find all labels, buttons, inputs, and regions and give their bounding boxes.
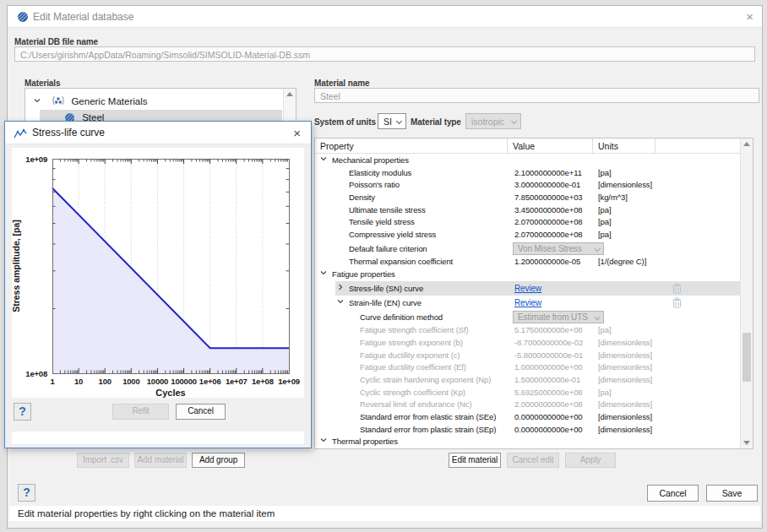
property-value: 5.1750000000e+08	[514, 325, 583, 334]
property-units: [dimensionless]	[598, 362, 652, 372]
value-dropdown[interactable]: Von Mises Stress	[513, 242, 604, 256]
window-close-icon[interactable]: ×	[746, 9, 753, 24]
dialog-cancel-button[interactable]: Cancel	[176, 404, 226, 420]
scroll-up-icon[interactable]	[743, 142, 750, 146]
property-row[interactable]: Mechanical properties	[315, 155, 742, 167]
system-of-units-select[interactable]: SI	[378, 113, 406, 129]
property-row[interactable]: Fatigue ductility exponent (c)-5.8000000…	[315, 350, 742, 362]
apply-button[interactable]: Apply	[565, 453, 616, 468]
db-file-path-field[interactable]: C:/Users/girishm/AppData/Roaming/Simsoli…	[14, 46, 755, 62]
chevron-down-icon[interactable]	[320, 269, 327, 276]
property-row[interactable]: Cyclic strength coefficient (Kp)5.692500…	[315, 387, 742, 399]
property-row[interactable]: Tensile yield stress2.0700000000e+08[pa]	[315, 216, 742, 229]
dropdown-value: Estimate from UTS	[518, 312, 588, 322]
property-row[interactable]: Standard error from elastic strain (SEe)…	[315, 411, 742, 424]
property-row[interactable]: Thermal properties	[315, 436, 742, 448]
chevron-down-icon[interactable]	[337, 298, 344, 305]
scroll-up-icon[interactable]	[286, 92, 293, 96]
value-dropdown[interactable]: Estimate from UTS	[513, 311, 604, 324]
property-value: 2.0700000000e+08	[514, 230, 583, 239]
material-name-field[interactable]: Steel	[314, 88, 759, 103]
property-value: 1.0000000000e+00	[514, 362, 583, 372]
property-units: [pa]	[598, 388, 611, 397]
chevron-down-icon[interactable]	[320, 437, 327, 443]
property-units: [dimensionless]	[598, 425, 652, 434]
save-button[interactable]: Save	[706, 485, 758, 502]
property-row[interactable]: Density7.8500000000e+03[kg/m^3]	[315, 192, 742, 204]
property-units: [kg/m^3]	[598, 193, 628, 202]
property-row[interactable]: Cyclic strain hardening exponent (Np)1.5…	[315, 374, 742, 387]
property-label: Curve definition method	[360, 312, 443, 322]
property-units: [dimensionless]	[598, 412, 652, 421]
delete-trash-icon[interactable]	[672, 283, 682, 294]
header-value[interactable]: Value	[508, 138, 593, 154]
cancel-edit-button[interactable]: Cancel edit	[507, 453, 559, 468]
dialog-close-icon[interactable]: ×	[293, 126, 301, 140]
property-row[interactable]: Reversal limit of endurance (Nc)2.000000…	[315, 399, 742, 411]
property-units: [pa]	[598, 325, 611, 334]
property-label: Fatigue strength coefficient (Sf)	[360, 325, 469, 334]
header-units[interactable]: Units	[593, 138, 655, 154]
db-file-label: Material DB file name	[14, 37, 98, 46]
material-type-label: Material type	[411, 117, 461, 127]
property-row[interactable]: Fatigue ductility coefficient (Ef)1.0000…	[315, 361, 742, 374]
tree-item-generic-materials[interactable]: Generic Materials	[25, 94, 296, 110]
property-units: [pa]	[598, 168, 611, 177]
edit-material-button[interactable]: Edit material	[449, 453, 501, 468]
property-label: Fatigue ductility coefficient (Ef)	[360, 362, 466, 372]
add-material-button[interactable]: Add material	[134, 453, 187, 468]
property-row[interactable]: Compressive yield stress2.0700000000e+08…	[315, 229, 742, 242]
property-table: Property Value Units Mechanical properti…	[314, 138, 753, 449]
system-of-units-label: System of units	[314, 117, 376, 127]
chevron-right-icon[interactable]	[337, 284, 344, 290]
review-link[interactable]: Review	[514, 298, 541, 307]
table-scrollbar[interactable]	[740, 138, 753, 448]
chevron-down-icon[interactable]	[34, 97, 41, 104]
header-extra	[655, 138, 742, 154]
chevron-down-icon[interactable]	[320, 155, 327, 162]
material-type-value: isotropic	[471, 117, 504, 127]
svg-text:1e+09: 1e+09	[25, 155, 47, 164]
property-row[interactable]: Stress-life (SN) curveReview	[315, 281, 742, 296]
scroll-down-icon[interactable]	[743, 441, 750, 445]
property-label: Cyclic strength coefficient (Kp)	[360, 388, 465, 397]
property-value: 3.4500000000e+08	[514, 205, 583, 214]
header-property[interactable]: Property	[315, 138, 508, 154]
cancel-button[interactable]: Cancel	[647, 485, 699, 502]
review-link[interactable]: Review	[514, 284, 541, 293]
property-row[interactable]: Standard error from plastic strain (SEp)…	[315, 424, 742, 437]
property-row[interactable]: Strain-life (EN) curveReview	[315, 296, 742, 310]
delete-trash-icon[interactable]	[672, 297, 682, 308]
scrollbar-thumb[interactable]	[743, 333, 751, 382]
import-csv-button[interactable]: Import .csv	[77, 453, 129, 468]
svg-text:1e+08: 1e+08	[25, 369, 47, 378]
property-row[interactable]: Fatigue strength coefficient (Sf)5.17500…	[315, 324, 742, 337]
property-label: Compressive yield stress	[349, 230, 436, 239]
property-label: Fatigue ductility exponent (c)	[360, 350, 460, 360]
sn-curve-chart: 1e+091e+081101001000100001000001e+061e+0…	[12, 148, 304, 398]
property-row[interactable]: Poisson's ratio3.0000000000e-01[dimensio…	[315, 179, 742, 192]
property-units: [pa]	[598, 217, 611, 226]
property-label: Reversal limit of endurance (Nc)	[360, 399, 472, 409]
material-type-select[interactable]: isotropic	[465, 113, 521, 129]
property-value: 3.0000000000e-01	[514, 180, 580, 189]
refit-button[interactable]: Refit	[112, 404, 169, 420]
property-row[interactable]: Fatigue properties	[315, 269, 742, 281]
add-group-button[interactable]: Add group	[192, 453, 245, 468]
property-units: [dimensionless]	[598, 350, 652, 360]
property-row[interactable]: Thermal expansion coefficient1.200000000…	[315, 256, 742, 269]
property-label: Mechanical properties	[332, 155, 409, 165]
help-button[interactable]: ?	[18, 484, 35, 502]
dialog-help-button[interactable]: ?	[14, 403, 31, 421]
property-label: Standard error from elastic strain (SEe)	[360, 412, 496, 421]
property-row[interactable]: Elasticity modulus2.1000000000e+11[pa]	[315, 167, 742, 180]
dropdown-value: Von Mises Stress	[518, 244, 582, 253]
property-value: -5.8000000000e-01	[514, 350, 583, 360]
property-value: 2.1000000000e+11	[514, 168, 582, 177]
stress-life-curve-dialog: Stress-life curve × 1e+091e+081101001000…	[4, 121, 312, 448]
property-label: Default failure criterion	[349, 244, 427, 253]
property-row[interactable]: Default failure criterionVon Mises Stres…	[315, 242, 742, 257]
property-row[interactable]: Ultimate tensile stress3.4500000000e+08[…	[315, 204, 742, 217]
property-row[interactable]: Fatigue strength exponent (b)-8.70000000…	[315, 337, 742, 350]
property-row[interactable]: Curve definition methodEstimate from UTS	[315, 310, 742, 325]
